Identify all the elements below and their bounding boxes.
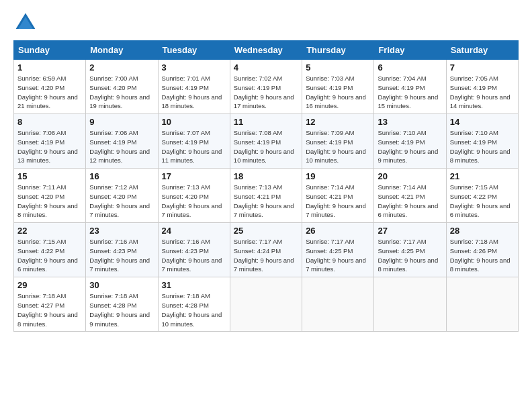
day-number: 14 xyxy=(450,117,515,127)
column-header-thursday: Thursday xyxy=(302,41,374,60)
day-number: 30 xyxy=(89,280,154,290)
logo-icon xyxy=(13,11,38,35)
calendar-cell: 20Sunrise: 7:14 AMSunset: 4:21 PMDayligh… xyxy=(374,169,446,223)
column-header-friday: Friday xyxy=(374,41,446,60)
day-number: 27 xyxy=(378,226,442,236)
day-info: Sunrise: 6:59 AMSunset: 4:20 PMDaylight:… xyxy=(17,74,82,111)
day-info: Sunrise: 7:11 AMSunset: 4:20 PMDaylight:… xyxy=(17,183,82,220)
day-info: Sunrise: 7:16 AMSunset: 4:23 PMDaylight:… xyxy=(162,237,226,274)
day-number: 21 xyxy=(450,171,515,181)
day-info: Sunrise: 7:00 AMSunset: 4:20 PMDaylight:… xyxy=(89,74,154,111)
calendar-cell: 19Sunrise: 7:14 AMSunset: 4:21 PMDayligh… xyxy=(302,169,374,223)
day-number: 20 xyxy=(378,171,442,181)
column-header-monday: Monday xyxy=(86,41,158,60)
calendar-cell: 4Sunrise: 7:02 AMSunset: 4:19 PMDaylight… xyxy=(230,60,302,114)
day-info: Sunrise: 7:01 AMSunset: 4:19 PMDaylight:… xyxy=(162,74,226,111)
calendar-cell: 1Sunrise: 6:59 AMSunset: 4:20 PMDaylight… xyxy=(14,60,86,114)
day-info: Sunrise: 7:08 AMSunset: 4:19 PMDaylight:… xyxy=(234,128,298,165)
day-number: 19 xyxy=(306,171,370,181)
calendar-week-row: 1Sunrise: 6:59 AMSunset: 4:20 PMDaylight… xyxy=(14,60,519,114)
calendar-cell: 9Sunrise: 7:06 AMSunset: 4:19 PMDaylight… xyxy=(86,114,158,169)
day-info: Sunrise: 7:14 AMSunset: 4:21 PMDaylight:… xyxy=(378,183,442,220)
calendar-cell: 3Sunrise: 7:01 AMSunset: 4:19 PMDaylight… xyxy=(158,60,230,114)
column-header-wednesday: Wednesday xyxy=(230,41,302,60)
day-info: Sunrise: 7:07 AMSunset: 4:19 PMDaylight:… xyxy=(162,128,226,165)
calendar-cell: 15Sunrise: 7:11 AMSunset: 4:20 PMDayligh… xyxy=(14,169,86,223)
column-header-saturday: Saturday xyxy=(446,41,518,60)
calendar-cell: 24Sunrise: 7:16 AMSunset: 4:23 PMDayligh… xyxy=(158,223,230,277)
day-number: 12 xyxy=(306,117,370,127)
day-number: 7 xyxy=(450,62,515,73)
calendar-cell: 5Sunrise: 7:03 AMSunset: 4:19 PMDaylight… xyxy=(302,60,374,114)
day-info: Sunrise: 7:10 AMSunset: 4:19 PMDaylight:… xyxy=(378,128,442,165)
day-number: 25 xyxy=(234,226,298,236)
day-info: Sunrise: 7:18 AMSunset: 4:26 PMDaylight:… xyxy=(450,237,515,274)
calendar-week-row: 8Sunrise: 7:06 AMSunset: 4:19 PMDaylight… xyxy=(14,114,519,169)
day-number: 8 xyxy=(17,117,82,127)
calendar-cell: 7Sunrise: 7:05 AMSunset: 4:19 PMDaylight… xyxy=(446,60,518,114)
day-info: Sunrise: 7:18 AMSunset: 4:28 PMDaylight:… xyxy=(89,291,154,328)
day-number: 9 xyxy=(89,117,154,127)
calendar-cell: 22Sunrise: 7:15 AMSunset: 4:22 PMDayligh… xyxy=(14,223,86,277)
calendar-cell: 26Sunrise: 7:17 AMSunset: 4:25 PMDayligh… xyxy=(302,223,374,277)
calendar-table: SundayMondayTuesdayWednesdayThursdayFrid… xyxy=(13,40,519,332)
day-info: Sunrise: 7:06 AMSunset: 4:19 PMDaylight:… xyxy=(89,128,154,165)
day-info: Sunrise: 7:06 AMSunset: 4:19 PMDaylight:… xyxy=(17,128,82,165)
calendar-cell: 13Sunrise: 7:10 AMSunset: 4:19 PMDayligh… xyxy=(374,114,446,169)
day-number: 4 xyxy=(234,62,298,73)
calendar-cell: 14Sunrise: 7:10 AMSunset: 4:19 PMDayligh… xyxy=(446,114,518,169)
day-number: 3 xyxy=(162,62,226,73)
calendar-cell: 28Sunrise: 7:18 AMSunset: 4:26 PMDayligh… xyxy=(446,223,518,277)
calendar-cell xyxy=(374,277,446,332)
day-info: Sunrise: 7:13 AMSunset: 4:20 PMDaylight:… xyxy=(162,183,226,220)
day-info: Sunrise: 7:17 AMSunset: 4:25 PMDaylight:… xyxy=(378,237,442,274)
calendar-cell: 8Sunrise: 7:06 AMSunset: 4:19 PMDaylight… xyxy=(14,114,86,169)
calendar-cell: 18Sunrise: 7:13 AMSunset: 4:21 PMDayligh… xyxy=(230,169,302,223)
day-info: Sunrise: 7:17 AMSunset: 4:25 PMDaylight:… xyxy=(306,237,370,274)
calendar-week-row: 29Sunrise: 7:18 AMSunset: 4:27 PMDayligh… xyxy=(14,277,519,332)
calendar-cell xyxy=(230,277,302,332)
day-number: 1 xyxy=(17,62,82,73)
calendar-header-row: SundayMondayTuesdayWednesdayThursdayFrid… xyxy=(14,41,519,60)
calendar-cell: 12Sunrise: 7:09 AMSunset: 4:19 PMDayligh… xyxy=(302,114,374,169)
day-info: Sunrise: 7:15 AMSunset: 4:22 PMDaylight:… xyxy=(450,183,515,220)
day-info: Sunrise: 7:09 AMSunset: 4:19 PMDaylight:… xyxy=(306,128,370,165)
day-number: 22 xyxy=(17,226,82,236)
day-number: 23 xyxy=(89,226,154,236)
calendar-cell: 6Sunrise: 7:04 AMSunset: 4:19 PMDaylight… xyxy=(374,60,446,114)
day-number: 11 xyxy=(234,117,298,127)
day-number: 28 xyxy=(450,226,515,236)
day-number: 29 xyxy=(17,280,82,290)
day-info: Sunrise: 7:03 AMSunset: 4:19 PMDaylight:… xyxy=(306,74,370,111)
day-info: Sunrise: 7:04 AMSunset: 4:19 PMDaylight:… xyxy=(378,74,442,111)
logo xyxy=(13,11,40,35)
day-number: 18 xyxy=(234,171,298,181)
day-number: 31 xyxy=(162,280,226,290)
day-number: 6 xyxy=(378,62,442,73)
day-number: 5 xyxy=(306,62,370,73)
calendar-cell: 2Sunrise: 7:00 AMSunset: 4:20 PMDaylight… xyxy=(86,60,158,114)
day-number: 17 xyxy=(162,171,226,181)
calendar-cell: 11Sunrise: 7:08 AMSunset: 4:19 PMDayligh… xyxy=(230,114,302,169)
day-number: 2 xyxy=(89,62,154,73)
calendar-week-row: 22Sunrise: 7:15 AMSunset: 4:22 PMDayligh… xyxy=(14,223,519,277)
calendar-cell: 21Sunrise: 7:15 AMSunset: 4:22 PMDayligh… xyxy=(446,169,518,223)
calendar-cell: 29Sunrise: 7:18 AMSunset: 4:27 PMDayligh… xyxy=(14,277,86,332)
day-info: Sunrise: 7:18 AMSunset: 4:28 PMDaylight:… xyxy=(162,291,226,328)
day-number: 10 xyxy=(162,117,226,127)
day-number: 16 xyxy=(89,171,154,181)
day-number: 26 xyxy=(306,226,370,236)
day-info: Sunrise: 7:12 AMSunset: 4:20 PMDaylight:… xyxy=(89,183,154,220)
day-info: Sunrise: 7:15 AMSunset: 4:22 PMDaylight:… xyxy=(17,237,82,274)
calendar-cell: 17Sunrise: 7:13 AMSunset: 4:20 PMDayligh… xyxy=(158,169,230,223)
day-info: Sunrise: 7:16 AMSunset: 4:23 PMDaylight:… xyxy=(89,237,154,274)
calendar-cell: 31Sunrise: 7:18 AMSunset: 4:28 PMDayligh… xyxy=(158,277,230,332)
day-info: Sunrise: 7:18 AMSunset: 4:27 PMDaylight:… xyxy=(17,291,82,328)
calendar-cell: 25Sunrise: 7:17 AMSunset: 4:24 PMDayligh… xyxy=(230,223,302,277)
day-number: 13 xyxy=(378,117,442,127)
column-header-tuesday: Tuesday xyxy=(158,41,230,60)
day-number: 15 xyxy=(17,171,82,181)
day-info: Sunrise: 7:17 AMSunset: 4:24 PMDaylight:… xyxy=(234,237,298,274)
day-info: Sunrise: 7:05 AMSunset: 4:19 PMDaylight:… xyxy=(450,74,515,111)
calendar-cell xyxy=(446,277,518,332)
